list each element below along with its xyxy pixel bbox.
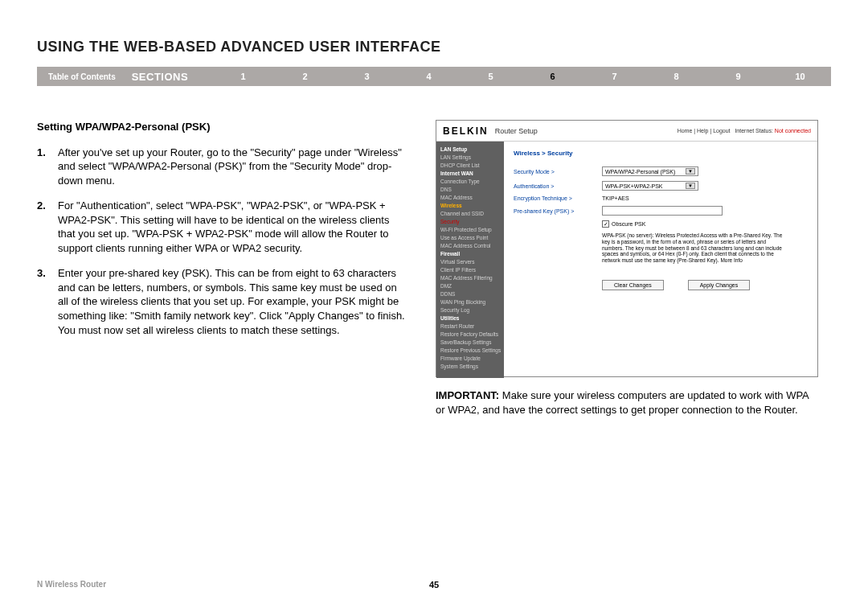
sidebar-item[interactable]: Wireless xyxy=(436,201,504,209)
sidebar-item[interactable]: DNS xyxy=(436,185,504,193)
sidebar-item[interactable]: MAC Address xyxy=(436,193,504,201)
instructions-column: Setting WPA/WPA2-Personal (PSK) 1. After… xyxy=(37,120,407,417)
sidebar-item[interactable]: Virtual Servers xyxy=(436,257,504,265)
admin-main: Wireless > Security Security Mode > WPA/… xyxy=(504,142,817,378)
psk-help-text: WPA-PSK (no server): Wireless Protected … xyxy=(602,232,787,264)
sidebar-item[interactable]: Client IP Filters xyxy=(436,265,504,273)
step-1: 1. After you've set up your Router, go t… xyxy=(37,146,407,188)
security-mode-label: Security Mode > xyxy=(514,169,602,175)
router-setup-label: Router Setup xyxy=(495,127,538,135)
breadcrumb: Wireless > Security xyxy=(514,150,808,157)
sidebar-item[interactable]: MAC Address Control xyxy=(436,241,504,249)
sidebar-item[interactable]: Wi-Fi Protected Setup xyxy=(436,225,504,233)
sidebar-item[interactable]: Restore Factory Defaults xyxy=(436,330,504,338)
sidebar-item[interactable]: Firmware Update xyxy=(436,354,504,362)
nav-numbers: 1 2 3 4 5 6 7 8 9 10 xyxy=(212,72,831,81)
sidebar-item[interactable]: System Settings xyxy=(436,362,504,370)
nav-section-4[interactable]: 4 xyxy=(398,72,460,81)
sidebar-item[interactable]: Security Log xyxy=(436,306,504,314)
nav-section-8[interactable]: 8 xyxy=(645,72,707,81)
step-3: 3. Enter your pre-shared key (PSK). This… xyxy=(37,266,407,337)
nav-section-10[interactable]: 10 xyxy=(769,72,831,81)
clear-changes-button[interactable]: Clear Changes xyxy=(602,280,664,290)
sidebar-item[interactable]: Channel and SSID xyxy=(436,209,504,217)
nav-section-7[interactable]: 7 xyxy=(583,72,645,81)
sidebar-item[interactable]: DMZ xyxy=(436,281,504,290)
page-number: 45 xyxy=(429,580,439,590)
nav-section-5[interactable]: 5 xyxy=(460,72,522,81)
sidebar-item[interactable]: Save/Backup Settings xyxy=(436,338,504,346)
step-2: 2. For "Authentication", select "WPA-PSK… xyxy=(37,199,407,255)
router-admin-screenshot: BELKIN Router Setup Home | Help | Logout… xyxy=(436,120,818,377)
step-number: 3. xyxy=(37,266,58,337)
nav-section-2[interactable]: 2 xyxy=(274,72,336,81)
step-number: 1. xyxy=(37,146,58,188)
apply-changes-button[interactable]: Apply Changes xyxy=(688,280,750,290)
page-title: USING THE WEB-BASED ADVANCED USER INTERF… xyxy=(37,39,831,55)
admin-sidebar: LAN SetupLAN SettingsDHCP Client ListInt… xyxy=(436,142,504,378)
section-subhead: Setting WPA/WPA2-Personal (PSK) xyxy=(37,120,407,134)
authentication-label: Authentication > xyxy=(514,183,602,189)
obscure-psk-checkbox[interactable]: ✓ xyxy=(602,220,609,228)
obscure-psk-label: Obscure PSK xyxy=(612,221,645,227)
sidebar-item[interactable]: Restore Previous Settings xyxy=(436,346,504,354)
chevron-down-icon: ▼ xyxy=(686,183,695,189)
step-number: 2. xyxy=(37,199,58,255)
nav-section-9[interactable]: 9 xyxy=(707,72,769,81)
nav-section-6[interactable]: 6 xyxy=(522,72,583,81)
top-links: Home | Help | Logout Internet Status: No… xyxy=(678,128,811,134)
psk-label: Pre-shared Key (PSK) > xyxy=(514,208,602,214)
sidebar-item[interactable]: Restart Router xyxy=(436,322,504,330)
sidebar-item[interactable]: DDNS xyxy=(436,290,504,298)
psk-input[interactable] xyxy=(602,206,723,216)
sidebar-item[interactable]: Security xyxy=(436,217,504,225)
sidebar-item[interactable]: DHCP Client List xyxy=(436,161,504,169)
sidebar-item[interactable]: Internet WAN xyxy=(436,169,504,177)
sidebar-item[interactable]: LAN Settings xyxy=(436,153,504,161)
sidebar-item[interactable]: WAN Ping Blocking xyxy=(436,298,504,306)
security-mode-select[interactable]: WPA/WPA2-Personal (PSK)▼ xyxy=(602,166,698,176)
chevron-down-icon: ▼ xyxy=(686,168,695,175)
encryption-value: TKIP+AES xyxy=(602,195,629,201)
nav-bar: Table of Contents SECTIONS 1 2 3 4 5 6 7… xyxy=(37,67,831,86)
important-note: IMPORTANT: Make sure your wireless compu… xyxy=(436,388,818,417)
step-text: After you've set up your Router, go to t… xyxy=(58,146,407,188)
sidebar-item[interactable]: Use as Access Point xyxy=(436,233,504,241)
sidebar-item[interactable]: MAC Address Filtering xyxy=(436,273,504,281)
authentication-select[interactable]: WPA-PSK+WPA2-PSK▼ xyxy=(602,181,698,191)
belkin-logo: BELKIN xyxy=(443,125,489,137)
nav-section-3[interactable]: 3 xyxy=(336,72,398,81)
sidebar-item[interactable]: Connection Type xyxy=(436,177,504,185)
encryption-label: Encryption Technique > xyxy=(514,195,602,201)
sidebar-item[interactable]: Utilities xyxy=(436,314,504,322)
nav-section-1[interactable]: 1 xyxy=(212,72,274,81)
sidebar-item[interactable]: LAN Setup xyxy=(436,145,504,153)
step-text: Enter your pre-shared key (PSK). This ca… xyxy=(58,266,407,337)
nav-sections-label: SECTIONS xyxy=(132,71,212,83)
nav-toc-link[interactable]: Table of Contents xyxy=(37,72,132,81)
footer-product-name: N Wireless Router xyxy=(37,580,106,589)
step-text: For "Authentication", select "WPA-PSK", … xyxy=(58,199,407,255)
sidebar-item[interactable]: Firewall xyxy=(436,249,504,257)
